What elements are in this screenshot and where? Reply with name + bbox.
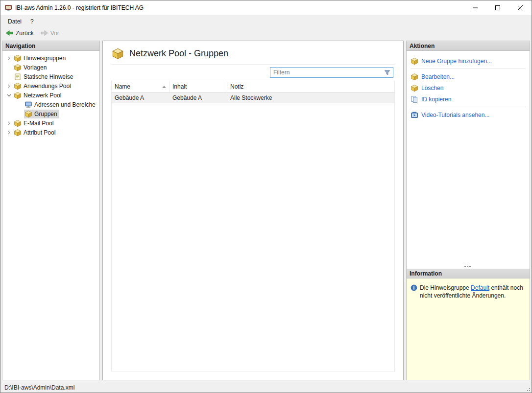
information-text: Die Hinweisgruppe Default enthält noch n… xyxy=(420,284,526,376)
package-edit-icon xyxy=(411,73,418,81)
network-computer-icon xyxy=(24,101,32,109)
sort-ascending-icon xyxy=(162,86,166,88)
chevron-right-icon[interactable] xyxy=(4,129,13,137)
sidebar-item-vorlagen[interactable]: Vorlagen xyxy=(2,63,99,72)
menu-help[interactable]: ? xyxy=(26,15,38,27)
action-label: Neue Gruppe hinzufügen... xyxy=(421,58,492,65)
package-add-icon xyxy=(411,57,418,65)
action-video-tutorials[interactable]: Video-Tutorials ansehen... xyxy=(411,109,526,120)
sidebar-item-statische-hinweise[interactable]: Statische Hinweise xyxy=(2,72,99,81)
package-icon xyxy=(111,47,124,60)
panel-splitter[interactable] xyxy=(407,264,530,269)
window-title: IBI-aws Admin 1.26.0 - registriert für I… xyxy=(15,4,464,11)
cell-notiz: Alle Stockwerke xyxy=(227,92,394,103)
window-controls xyxy=(464,0,532,15)
chevron-right-icon[interactable] xyxy=(4,54,13,62)
menu-bar: Datei ? xyxy=(0,15,532,27)
default-group-link[interactable]: Default xyxy=(471,284,489,291)
chevron-placeholder xyxy=(4,64,13,71)
info-text-before: Die Hinweisgruppe xyxy=(420,284,471,291)
filter-funnel-icon[interactable] xyxy=(384,69,391,76)
chevron-down-icon[interactable] xyxy=(4,92,13,99)
sidebar-item-attribut-pool[interactable]: Attribut Pool xyxy=(2,128,99,137)
action-label: Löschen xyxy=(421,85,443,92)
package-icon xyxy=(14,119,22,127)
filter-input[interactable] xyxy=(270,69,384,76)
column-header-notiz[interactable]: Notiz xyxy=(227,81,394,92)
close-button[interactable] xyxy=(509,0,532,15)
package-delete-icon xyxy=(411,84,418,92)
forward-button[interactable]: Vor xyxy=(38,28,63,38)
chevron-right-icon[interactable] xyxy=(4,82,13,90)
sidebar-item-label: Vorlagen xyxy=(24,64,47,71)
sidebar-item-netzwerk-pool[interactable]: Netzwerk Pool xyxy=(2,91,99,100)
content-body: Name Inhalt Notiz Gebäude A Gebäude A xyxy=(111,64,395,371)
splitter-dots-icon xyxy=(464,266,472,267)
content-header: Netzwerk Pool - Gruppen xyxy=(103,41,403,64)
package-icon xyxy=(14,82,22,90)
groups-table: Name Inhalt Notiz Gebäude A Gebäude A xyxy=(111,81,395,371)
sidebar-item-label: Attribut Pool xyxy=(24,129,55,136)
package-icon xyxy=(14,92,22,99)
column-label: Notiz xyxy=(230,83,243,90)
forward-button-label: Vor xyxy=(50,30,59,37)
sidebar-item-label: Adressen und Bereiche xyxy=(34,101,96,108)
minimize-icon xyxy=(473,5,478,10)
package-icon xyxy=(14,54,22,62)
main-area: Navigation Hinweisgruppen Vorlagen Stati… xyxy=(0,39,532,382)
cell-inhalt: Gebäude A xyxy=(169,92,227,103)
action-neue-gruppe[interactable]: Neue Gruppe hinzufügen... xyxy=(411,55,526,67)
sidebar-item-label: Gruppen xyxy=(34,111,57,117)
sidebar-item-label: E-Mail Pool xyxy=(24,120,53,127)
package-icon xyxy=(14,64,22,71)
sidebar-item-label: Hinweisgruppen xyxy=(24,55,66,62)
sidebar-item-adressen-und-bereiche[interactable]: Adressen und Bereiche xyxy=(2,100,99,109)
sidebar-item-anwendungs-pool[interactable]: Anwendungs Pool xyxy=(2,81,99,91)
maximize-button[interactable] xyxy=(486,0,509,15)
table-row[interactable]: Gebäude A Gebäude A Alle Stockwerke xyxy=(112,92,394,103)
chevron-placeholder xyxy=(15,101,24,109)
navigation-header: Navigation xyxy=(2,41,99,51)
back-button-label: Zurück xyxy=(16,30,34,37)
column-label: Inhalt xyxy=(172,83,187,90)
app-window: IBI-aws Admin 1.26.0 - registriert für I… xyxy=(0,0,532,393)
action-bearbeiten[interactable]: Bearbeiten... xyxy=(411,71,526,82)
table-empty-area xyxy=(112,103,394,371)
actions-list: Neue Gruppe hinzufügen... Bearbeiten... … xyxy=(407,51,530,264)
sidebar-item-hinweisgruppen[interactable]: Hinweisgruppen xyxy=(2,53,99,63)
sidebar-item-email-pool[interactable]: E-Mail Pool xyxy=(2,118,99,128)
chevron-placeholder xyxy=(15,110,24,118)
column-header-inhalt[interactable]: Inhalt xyxy=(169,81,227,92)
action-label: Bearbeiten... xyxy=(421,73,455,80)
action-id-kopieren[interactable]: ID kopieren xyxy=(411,93,526,105)
status-bar: D:\IBI-aws\Admin\Data.xml xyxy=(0,382,532,393)
package-icon xyxy=(24,110,32,118)
resize-grip[interactable] xyxy=(525,386,531,392)
chevron-right-icon[interactable] xyxy=(4,119,13,127)
back-arrow-icon xyxy=(5,29,14,37)
back-button[interactable]: Zurück xyxy=(3,28,37,38)
actions-header: Aktionen xyxy=(407,41,530,51)
navigation-panel: Navigation Hinweisgruppen Vorlagen Stati… xyxy=(2,41,100,380)
information-box: Die Hinweisgruppe Default enthält noch n… xyxy=(407,278,530,380)
page-title: Netzwerk Pool - Gruppen xyxy=(129,48,228,59)
package-icon xyxy=(14,129,22,137)
menu-datei[interactable]: Datei xyxy=(3,15,26,27)
action-loeschen[interactable]: Löschen xyxy=(411,82,526,93)
actions-panel: Aktionen Neue Gruppe hinzufügen... Bearb… xyxy=(406,41,530,380)
close-icon xyxy=(518,5,523,10)
filter-box xyxy=(270,67,393,78)
nav-toolbar: Zurück Vor xyxy=(0,27,532,39)
sidebar-item-label: Statische Hinweise xyxy=(24,73,73,80)
minimize-button[interactable] xyxy=(464,0,486,15)
chevron-placeholder xyxy=(4,73,13,81)
action-label: ID kopieren xyxy=(421,96,451,103)
cell-name: Gebäude A xyxy=(112,92,169,103)
title-bar[interactable]: IBI-aws Admin 1.26.0 - registriert für I… xyxy=(0,0,532,15)
sidebar-item-gruppen[interactable]: Gruppen xyxy=(2,109,99,118)
note-icon xyxy=(14,73,22,81)
maximize-icon xyxy=(495,5,500,10)
information-header: Information xyxy=(407,269,530,278)
column-header-name[interactable]: Name xyxy=(112,81,169,92)
info-icon xyxy=(411,284,417,291)
